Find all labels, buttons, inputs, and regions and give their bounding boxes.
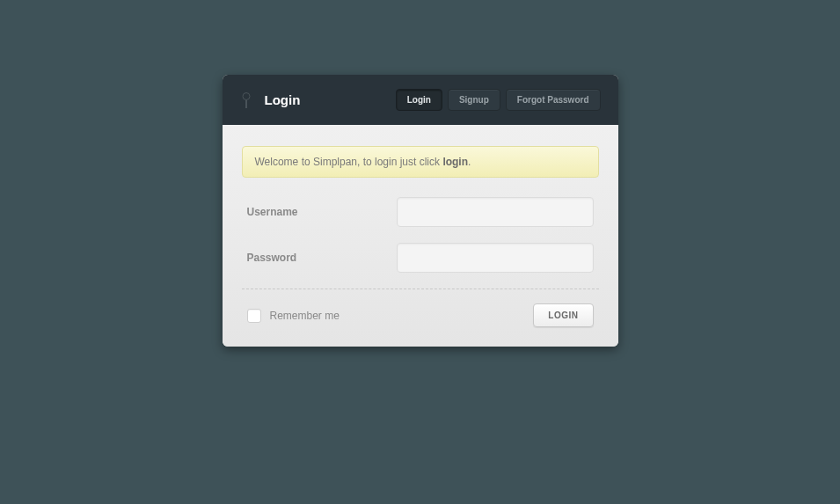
remember-checkbox[interactable] [247,309,261,323]
remember-label: Remember me [270,310,340,322]
key-icon [240,92,252,108]
header-tabs: Login Signup Forgot Password [396,89,601,111]
tab-forgot-password[interactable]: Forgot Password [506,89,601,111]
login-button[interactable]: LOGIN [533,303,593,327]
panel-body: Welcome to Simplpan, to login just click… [223,125,618,347]
username-label: Username [247,206,397,218]
password-label: Password [247,252,397,264]
password-row: Password [242,243,599,273]
tab-signup[interactable]: Signup [448,89,500,111]
tab-login[interactable]: Login [396,89,442,111]
username-row: Username [242,197,599,227]
notice-suffix: . [468,156,471,168]
notice-prefix: Welcome to Simplpan, to login just click [255,156,443,168]
notice-strong: login [442,156,468,168]
welcome-notice: Welcome to Simplpan, to login just click… [242,146,599,178]
password-input[interactable] [397,243,594,273]
remember-wrap: Remember me [247,309,340,323]
panel-title: Login [265,92,301,107]
username-input[interactable] [397,197,594,227]
panel-header: Login Login Signup Forgot Password [223,75,618,125]
form-footer: Remember me LOGIN [242,303,599,327]
login-panel: Login Login Signup Forgot Password Welco… [223,75,618,347]
form-divider [242,289,599,289]
header-left: Login [240,92,301,108]
